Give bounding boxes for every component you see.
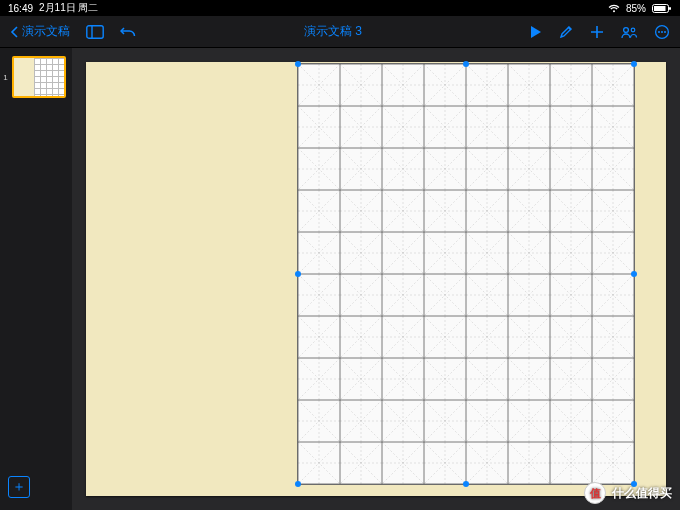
status-date: 2月11日 周二 (39, 1, 98, 15)
sidebar-toggle-button[interactable] (86, 25, 104, 39)
back-button[interactable]: 演示文稿 (10, 23, 70, 40)
watermark: 值 什么值得买 (584, 482, 672, 504)
collaborate-button[interactable] (620, 25, 638, 39)
play-button[interactable] (530, 25, 542, 39)
more-button[interactable] (654, 24, 670, 40)
slide-index: 1 (2, 73, 8, 82)
format-brush-button[interactable] (558, 24, 574, 40)
undo-button[interactable] (120, 25, 136, 39)
slide[interactable] (86, 62, 666, 496)
resize-handle-e[interactable] (631, 271, 637, 277)
slide-canvas[interactable] (72, 48, 680, 510)
battery-icon (652, 4, 672, 13)
back-label: 演示文稿 (22, 23, 70, 40)
svg-point-9 (661, 31, 663, 33)
status-time: 16:49 (8, 3, 33, 14)
status-bar: 16:49 2月11日 周二 85% (0, 0, 680, 16)
watermark-text: 什么值得买 (612, 485, 672, 502)
watermark-badge: 值 (584, 482, 606, 504)
slide-thumbnail-preview (12, 56, 66, 98)
resize-handle-w[interactable] (295, 271, 301, 277)
svg-point-8 (658, 31, 660, 33)
svg-point-10 (664, 31, 666, 33)
slide-navigator: 1 ＋ (0, 48, 72, 510)
document-title[interactable]: 演示文稿 3 (304, 24, 362, 38)
resize-handle-n[interactable] (463, 61, 469, 67)
svg-rect-2 (669, 7, 671, 10)
wifi-icon (608, 4, 620, 13)
svg-point-6 (631, 28, 635, 32)
svg-point-5 (624, 27, 629, 32)
add-button[interactable] (590, 25, 604, 39)
add-slide-button[interactable]: ＋ (8, 476, 30, 498)
grid-object[interactable] (298, 64, 634, 484)
resize-handle-sw[interactable] (295, 481, 301, 487)
calligraphy-grid (298, 64, 634, 484)
svg-rect-1 (654, 6, 666, 11)
slide-thumbnail[interactable]: 1 (0, 54, 72, 100)
resize-handle-ne[interactable] (631, 61, 637, 67)
svg-rect-3 (87, 25, 103, 37)
app-toolbar: 演示文稿 演示文稿 3 (0, 16, 680, 48)
battery-pct: 85% (626, 3, 646, 14)
resize-handle-nw[interactable] (295, 61, 301, 67)
resize-handle-s[interactable] (463, 481, 469, 487)
workspace: 1 ＋ (0, 48, 680, 510)
